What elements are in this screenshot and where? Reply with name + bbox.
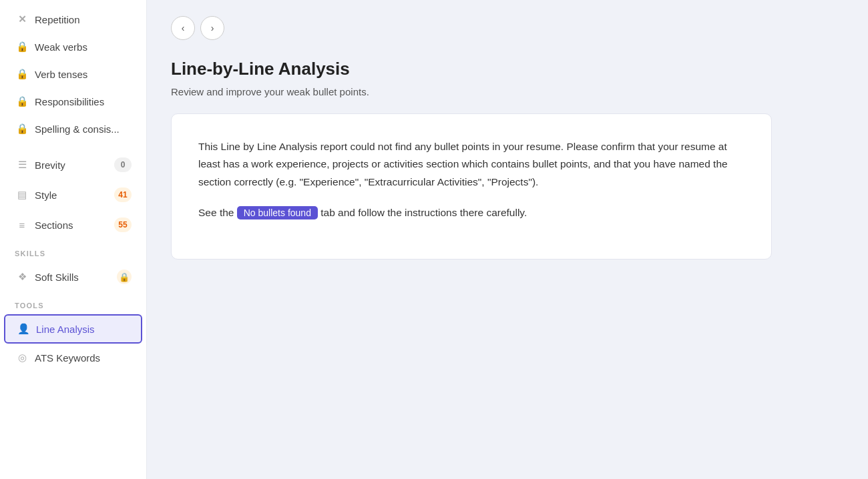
sidebar-item-ats-keywords[interactable]: ◎ ATS Keywords <box>4 344 142 371</box>
sidebar-item-weak-verbs[interactable]: 🔒 Weak verbs <box>4 33 142 60</box>
card-para2-before: See the <box>198 207 237 218</box>
lock-icon: 🔒 <box>15 68 29 80</box>
lock-icon: 🔒 <box>15 41 29 53</box>
brevity-badge: 0 <box>114 157 132 172</box>
list-icon: ☰ <box>15 159 29 171</box>
sidebar-item-repetition[interactable]: ✕ Repetition <box>4 6 142 33</box>
style-icon: ▤ <box>15 189 29 201</box>
sidebar-item-style[interactable]: ▤ Style 41 <box>4 180 142 209</box>
sections-icon: ≡ <box>15 219 29 231</box>
x-icon: ✕ <box>15 13 29 25</box>
sidebar-item-label: Line Analysis <box>36 324 130 335</box>
page-title: Line-by-Line Analysis <box>171 59 844 79</box>
lock-icon: 🔒 <box>15 95 29 107</box>
sidebar-item-label: ATS Keywords <box>35 352 132 364</box>
sections-badge: 55 <box>114 217 132 232</box>
skills-section-label: SKILLS <box>0 240 146 262</box>
sidebar-item-line-analysis[interactable]: 👤 Line Analysis <box>4 314 142 344</box>
sidebar-item-spelling[interactable]: 🔒 Spelling & consis... <box>4 115 142 142</box>
sidebar: ✕ Repetition 🔒 Weak verbs 🔒 Verb tenses … <box>0 0 147 479</box>
page-subtitle: Review and improve your weak bullet poin… <box>171 86 844 97</box>
sidebar-item-sections[interactable]: ≡ Sections 55 <box>4 210 142 240</box>
sidebar-item-label: Verb tenses <box>35 69 132 80</box>
soft-skills-icon: ❖ <box>15 271 29 283</box>
no-bullets-badge[interactable]: No bullets found <box>237 206 318 219</box>
sidebar-group-tools: TOOLS 👤 Line Analysis ◎ ATS Keywords <box>0 292 146 372</box>
sidebar-item-label: Sections <box>35 219 114 231</box>
sidebar-item-soft-skills[interactable]: ❖ Soft Skills 🔒 <box>4 262 142 292</box>
card-para2-after: tab and follow the instructions there ca… <box>318 207 527 218</box>
sidebar-item-label: Weak verbs <box>35 41 132 53</box>
sidebar-group-analysis: ☰ Brevity 0 ▤ Style 41 ≡ Sections 55 <box>0 149 146 240</box>
next-button[interactable]: › <box>200 16 224 40</box>
sidebar-item-label: Style <box>35 189 114 201</box>
soft-skills-lock-badge: 🔒 <box>117 270 132 284</box>
card-paragraph-1: This Line by Line Analysis report could … <box>198 138 744 191</box>
nav-arrows: ‹ › <box>171 16 844 40</box>
lock-icon: 🔒 <box>15 123 29 135</box>
sidebar-item-label: Responsibilities <box>35 96 132 107</box>
sidebar-item-label: Soft Skills <box>35 272 117 283</box>
sidebar-group-skills: SKILLS ❖ Soft Skills 🔒 <box>0 240 146 292</box>
sidebar-item-label: Repetition <box>35 14 132 25</box>
sidebar-item-label: Spelling & consis... <box>35 123 132 135</box>
style-badge: 41 <box>114 187 132 202</box>
sidebar-item-responsibilities[interactable]: 🔒 Responsibilities <box>4 88 142 115</box>
analysis-card: This Line by Line Analysis report could … <box>171 113 772 260</box>
tools-section-label: TOOLS <box>0 292 146 314</box>
prev-button[interactable]: ‹ <box>171 16 195 40</box>
ats-icon: ◎ <box>15 352 29 364</box>
main-content: ‹ › Line-by-Line Analysis Review and imp… <box>147 0 868 479</box>
sidebar-item-verb-tenses[interactable]: 🔒 Verb tenses <box>4 61 142 87</box>
sidebar-item-label: Brevity <box>35 159 114 171</box>
sidebar-item-brevity[interactable]: ☰ Brevity 0 <box>4 150 142 179</box>
card-paragraph-2: See the No bullets found tab and follow … <box>198 204 744 221</box>
line-analysis-icon: 👤 <box>16 323 31 335</box>
